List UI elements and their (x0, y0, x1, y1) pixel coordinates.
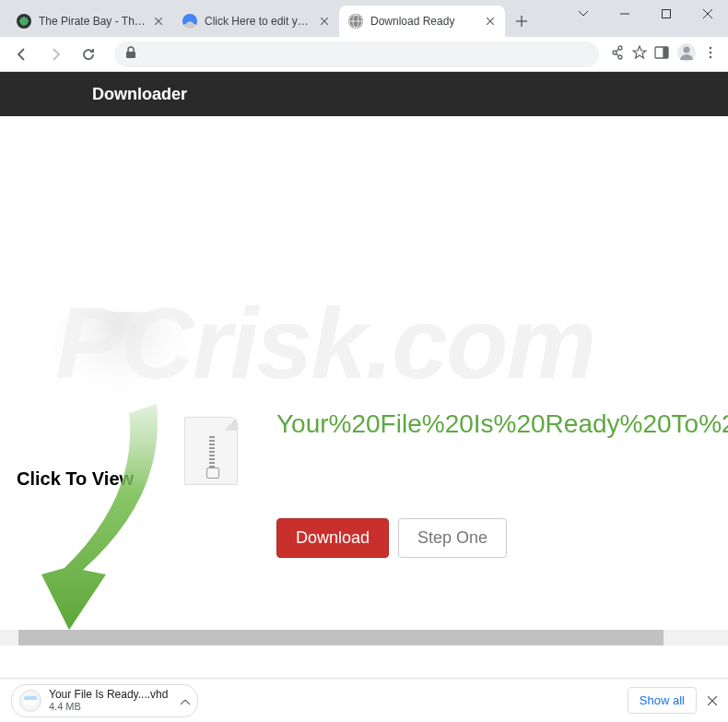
close-icon[interactable] (151, 14, 166, 29)
star-icon[interactable] (632, 45, 647, 64)
menu-icon[interactable] (704, 46, 717, 63)
browser-titlebar: The Pirate Bay - The gal Click Here to e… (0, 0, 728, 37)
chevron-down-icon[interactable] (562, 0, 604, 28)
step-one-button[interactable]: Step One (398, 518, 507, 558)
window-controls (562, 0, 728, 28)
svg-point-14 (710, 46, 712, 49)
close-icon[interactable] (317, 14, 332, 29)
tab-title: Download Ready (370, 15, 479, 28)
svg-point-17 (46, 312, 194, 441)
lock-icon (125, 46, 136, 63)
download-item-text: Your File Is Ready....vhd 4.4 MB (49, 688, 168, 714)
tabs-row: The Pirate Bay - The gal Click Here to e… (0, 6, 534, 37)
maximize-button[interactable] (645, 0, 687, 28)
download-size: 4.4 MB (49, 701, 168, 713)
browser-toolbar (0, 37, 728, 72)
vhd-file-icon (19, 690, 41, 712)
download-item[interactable]: Your File Is Ready....vhd 4.4 MB (11, 684, 198, 717)
favicon-recaptcha (182, 14, 197, 29)
downloads-bar: Your File Is Ready....vhd 4.4 MB Show al… (0, 678, 728, 722)
back-button[interactable] (7, 40, 37, 69)
svg-point-8 (618, 55, 622, 59)
svg-point-16 (710, 55, 712, 58)
profile-icon[interactable] (676, 42, 697, 66)
downloads-bar-actions: Show all (628, 687, 717, 714)
toolbar-actions (610, 42, 721, 66)
chevron-up-icon[interactable] (181, 692, 190, 709)
tab-title: Click Here to edit your L (205, 15, 313, 28)
svg-point-6 (618, 46, 622, 50)
file-ready-heading: Your%20File%20Is%20Ready%20To%20 (276, 409, 728, 439)
download-button[interactable]: Download (276, 518, 389, 558)
tab-title: The Pirate Bay - The gal (39, 15, 147, 28)
svg-rect-4 (662, 10, 670, 18)
svg-point-7 (613, 51, 616, 54)
page-viewport: Downloader PCrisk.com Your%20File%20Is%2… (0, 72, 728, 645)
button-row: Download Step One (276, 518, 507, 558)
page-header: Downloader (0, 72, 728, 116)
download-filename: Your File Is Ready....vhd (49, 688, 168, 701)
green-arrow-icon (18, 312, 203, 644)
address-bar[interactable] (114, 41, 599, 67)
share-icon[interactable] (610, 45, 625, 64)
favicon-piratebay (17, 14, 31, 29)
forward-button[interactable] (41, 40, 70, 69)
close-window-button[interactable] (687, 0, 728, 28)
brand-label: Downloader (92, 85, 187, 104)
close-icon[interactable] (483, 14, 498, 29)
svg-rect-11 (663, 47, 668, 58)
svg-point-13 (684, 46, 690, 53)
reload-button[interactable] (74, 40, 103, 69)
tab-clickhere[interactable]: Click Here to edit your L (173, 6, 339, 37)
new-tab-button[interactable] (509, 8, 534, 34)
close-icon[interactable] (708, 692, 717, 709)
globe-icon (348, 14, 363, 29)
show-all-button[interactable]: Show all (628, 687, 697, 714)
tab-download-ready[interactable]: Download Ready (339, 6, 505, 37)
svg-point-15 (710, 51, 712, 53)
minimize-button[interactable] (604, 0, 645, 28)
svg-rect-5 (126, 52, 135, 58)
tab-piratebay[interactable]: The Pirate Bay - The gal (7, 6, 173, 37)
side-panel-icon[interactable] (654, 45, 669, 64)
